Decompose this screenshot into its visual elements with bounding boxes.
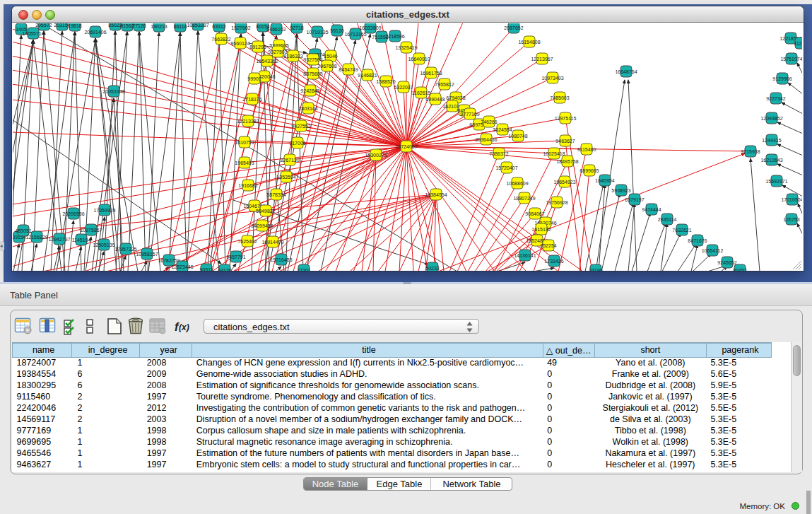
svg-text:8186323: 8186323 bbox=[283, 54, 302, 59]
svg-text:2967608: 2967608 bbox=[317, 64, 336, 69]
svg-text:33190: 33190 bbox=[589, 268, 603, 271]
svg-text:10653287: 10653287 bbox=[187, 23, 208, 28]
svg-text:15692971: 15692971 bbox=[765, 179, 787, 184]
svg-text:1916682: 1916682 bbox=[238, 183, 257, 188]
svg-text:5322037: 5322037 bbox=[394, 85, 413, 90]
svg-text:9457791: 9457791 bbox=[226, 255, 245, 259]
svg-text:77201: 77201 bbox=[297, 268, 311, 271]
svg-text:1733426: 1733426 bbox=[544, 259, 563, 264]
svg-text:5849822: 5849822 bbox=[256, 209, 275, 214]
svg-text:8660124: 8660124 bbox=[230, 41, 249, 46]
svg-text:19756928: 19756928 bbox=[546, 200, 567, 205]
svg-text:10025418: 10025418 bbox=[543, 151, 565, 156]
svg-text:485051: 485051 bbox=[15, 228, 31, 233]
svg-text:92718: 92718 bbox=[290, 25, 304, 30]
svg-text:16782759: 16782759 bbox=[158, 258, 180, 263]
svg-text:17359924: 17359924 bbox=[93, 208, 115, 213]
svg-text:5938923: 5938923 bbox=[611, 188, 630, 193]
svg-text:2718176: 2718176 bbox=[242, 97, 261, 102]
svg-text:12213967: 12213967 bbox=[531, 57, 553, 62]
svg-text:8454749: 8454749 bbox=[339, 67, 358, 72]
svg-text:19654923: 19654923 bbox=[553, 180, 575, 185]
svg-text:746266: 746266 bbox=[481, 119, 497, 124]
svg-text:20206556: 20206556 bbox=[62, 211, 84, 216]
svg-text:10654112: 10654112 bbox=[702, 248, 724, 253]
svg-text:86114: 86114 bbox=[174, 24, 187, 29]
svg-text:9129966: 9129966 bbox=[772, 76, 792, 81]
svg-text:7485003: 7485003 bbox=[550, 95, 569, 100]
svg-text:7386372: 7386372 bbox=[489, 151, 508, 156]
svg-text:16210643: 16210643 bbox=[760, 158, 782, 163]
svg-text:8875685: 8875685 bbox=[303, 71, 322, 76]
svg-text:10958157: 10958157 bbox=[136, 252, 158, 257]
svg-text:7625402: 7625402 bbox=[237, 239, 257, 244]
svg-text:16713155: 16713155 bbox=[344, 32, 366, 37]
svg-text:9242845: 9242845 bbox=[300, 88, 319, 93]
svg-text:20691406: 20691406 bbox=[84, 30, 106, 35]
svg-text:2218596: 2218596 bbox=[385, 34, 404, 39]
svg-text:16640910: 16640910 bbox=[408, 57, 430, 62]
svg-text:9115460: 9115460 bbox=[577, 147, 596, 152]
svg-text:17010504: 17010504 bbox=[781, 197, 802, 202]
svg-text:12505135: 12505135 bbox=[93, 243, 114, 247]
svg-text:64120: 64120 bbox=[218, 268, 232, 271]
svg-text:19818: 19818 bbox=[68, 23, 82, 28]
svg-text:252254: 252254 bbox=[540, 243, 556, 248]
svg-text:55120: 55120 bbox=[330, 28, 344, 33]
svg-text:5878334: 5878334 bbox=[266, 192, 286, 197]
svg-text:50233: 50233 bbox=[425, 266, 440, 271]
svg-text:8471676: 8471676 bbox=[688, 238, 707, 243]
svg-text:1527602: 1527602 bbox=[231, 25, 250, 30]
svg-text:15046: 15046 bbox=[324, 54, 338, 59]
svg-text:10975867: 10975867 bbox=[80, 228, 102, 233]
svg-text:9427552: 9427552 bbox=[291, 124, 310, 129]
svg-text:9327504: 9327504 bbox=[303, 57, 322, 62]
svg-text:6794028: 6794028 bbox=[446, 95, 465, 100]
svg-text:90311: 90311 bbox=[200, 267, 213, 271]
svg-text:891295: 891295 bbox=[249, 45, 266, 49]
svg-text:126753: 126753 bbox=[783, 217, 799, 222]
svg-text:1162615: 1162615 bbox=[412, 90, 431, 95]
svg-text:2087652: 2087652 bbox=[504, 25, 523, 30]
svg-text:63312: 63312 bbox=[212, 24, 226, 29]
svg-text:18807249: 18807249 bbox=[513, 196, 535, 201]
svg-text:2935114: 2935114 bbox=[658, 217, 677, 222]
svg-text:18724007: 18724007 bbox=[395, 144, 417, 149]
svg-text:1610753: 1610753 bbox=[235, 140, 254, 145]
svg-text:10719135: 10719135 bbox=[306, 30, 328, 35]
svg-text:3024554: 3024554 bbox=[493, 127, 512, 132]
svg-text:6379197: 6379197 bbox=[625, 197, 644, 202]
svg-text:15716485: 15716485 bbox=[270, 257, 292, 262]
svg-text:2803144: 2803144 bbox=[298, 106, 317, 111]
svg-text:6466102: 6466102 bbox=[266, 27, 286, 32]
svg-text:(x): (x) bbox=[179, 322, 189, 332]
svg-text:20364436: 20364436 bbox=[475, 137, 497, 142]
svg-text:20053346: 20053346 bbox=[102, 89, 124, 94]
svg-text:77120: 77120 bbox=[132, 23, 146, 28]
svg-text:84099489: 84099489 bbox=[251, 223, 273, 228]
svg-text:12823446: 12823446 bbox=[171, 264, 193, 269]
svg-text:9463627: 9463627 bbox=[555, 139, 575, 144]
svg-text:7955812: 7955812 bbox=[435, 82, 454, 87]
svg-text:9245652: 9245652 bbox=[717, 260, 736, 265]
svg-text:1615132: 1615132 bbox=[531, 227, 551, 232]
svg-text:190213: 190213 bbox=[151, 24, 167, 29]
svg-text:16648764: 16648764 bbox=[615, 69, 637, 74]
svg-text:1965493: 1965493 bbox=[235, 160, 254, 165]
svg-text:16154808: 16154808 bbox=[518, 40, 540, 45]
svg-text:9146821: 9146821 bbox=[358, 73, 377, 78]
svg-text:19384554: 19384554 bbox=[425, 192, 447, 197]
svg-text:7632621: 7632621 bbox=[672, 228, 691, 233]
svg-text:9777169: 9777169 bbox=[460, 112, 479, 117]
svg-text:12942737: 12942737 bbox=[48, 237, 70, 242]
svg-text:14136141: 14136141 bbox=[514, 253, 536, 258]
svg-text:80452: 80452 bbox=[733, 268, 747, 271]
svg-text:1244415: 1244415 bbox=[762, 138, 781, 143]
svg-text:3215938: 3215938 bbox=[741, 149, 760, 154]
svg-text:12093852: 12093852 bbox=[760, 116, 782, 121]
svg-text:10688609: 10688609 bbox=[506, 181, 528, 186]
svg-text:7663822: 7663822 bbox=[211, 37, 230, 42]
svg-text:18495758: 18495758 bbox=[556, 159, 578, 164]
svg-text:12213383: 12213383 bbox=[237, 119, 259, 124]
svg-text:1145194: 1145194 bbox=[72, 238, 91, 243]
